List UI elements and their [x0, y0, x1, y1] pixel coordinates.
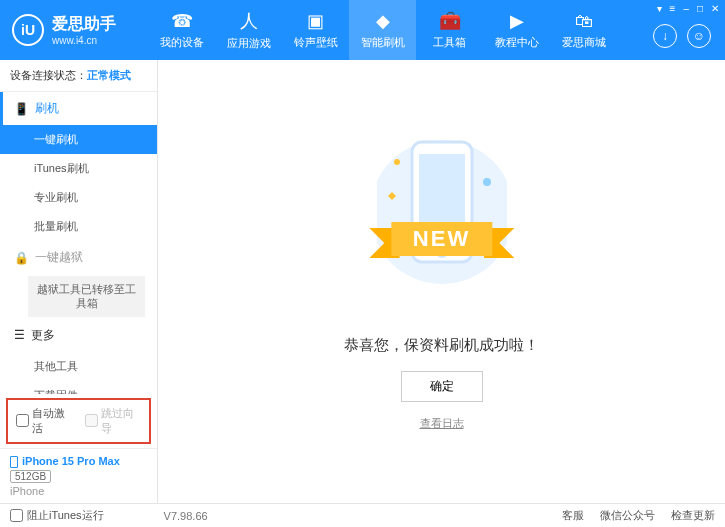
section-flash[interactable]: 📱刷机 [0, 92, 157, 125]
footer-check-update[interactable]: 检查更新 [671, 508, 715, 523]
highlighted-options: 自动激活 跳过向导 [6, 398, 151, 444]
menu-icon[interactable]: ▾ [657, 3, 662, 14]
lock-icon: 🔒 [14, 251, 29, 265]
user-icon[interactable]: ☺ [687, 24, 711, 48]
nav-my-device[interactable]: ☎我的设备 [148, 0, 215, 60]
sidebar-batch-flash[interactable]: 批量刷机 [0, 212, 157, 241]
device-name: iPhone 15 Pro Max [10, 455, 147, 468]
logo-area: iU 爱思助手 www.i4.cn [0, 14, 148, 46]
nav-tutorials[interactable]: ▶教程中心 [483, 0, 550, 60]
section-more[interactable]: ☰更多 [0, 319, 157, 352]
flash-icon: ◆ [376, 10, 390, 32]
apps-icon: 人 [240, 9, 258, 33]
svg-point-5 [483, 178, 491, 186]
svg-point-4 [394, 159, 400, 165]
top-nav: ☎我的设备 人应用游戏 ▣铃声壁纸 ◆智能刷机 🧰工具箱 ▶教程中心 🛍爱思商城 [148, 0, 617, 60]
footer-wechat[interactable]: 微信公众号 [600, 508, 655, 523]
nav-toolbox[interactable]: 🧰工具箱 [416, 0, 483, 60]
view-log-link[interactable]: 查看日志 [420, 416, 464, 431]
section-jailbreak: 🔒一键越狱 [0, 241, 157, 274]
device-info: iPhone 15 Pro Max 512GB iPhone [0, 448, 157, 503]
sidebar-one-click-flash[interactable]: 一键刷机 [0, 125, 157, 154]
mall-icon: 🛍 [575, 11, 593, 32]
sidebar-pro-flash[interactable]: 专业刷机 [0, 183, 157, 212]
device-phone-icon [10, 456, 18, 468]
close-icon[interactable]: ✕ [711, 3, 719, 14]
block-itunes-checkbox[interactable]: 阻止iTunes运行 [10, 508, 104, 523]
minimize-icon[interactable]: – [683, 3, 689, 14]
new-ribbon: NEW [391, 222, 492, 256]
nav-flash[interactable]: ◆智能刷机 [349, 0, 416, 60]
app-header: iU 爱思助手 www.i4.cn ☎我的设备 人应用游戏 ▣铃声壁纸 ◆智能刷… [0, 0, 725, 60]
nav-apps[interactable]: 人应用游戏 [215, 0, 282, 60]
list-icon[interactable]: ≡ [670, 3, 676, 14]
sidebar-itunes-flash[interactable]: iTunes刷机 [0, 154, 157, 183]
nav-mall[interactable]: 🛍爱思商城 [550, 0, 617, 60]
phone-illustration-icon [377, 132, 507, 302]
confirm-button[interactable]: 确定 [401, 371, 483, 402]
success-message: 恭喜您，保资料刷机成功啦！ [344, 336, 539, 355]
phone-icon: 📱 [14, 102, 29, 116]
download-icon[interactable]: ↓ [653, 24, 677, 48]
tutorial-icon: ▶ [510, 10, 524, 32]
sidebar-other-tools[interactable]: 其他工具 [0, 352, 157, 381]
main-content: NEW 恭喜您，保资料刷机成功啦！ 确定 查看日志 [158, 60, 725, 503]
device-icon: ☎ [171, 10, 193, 32]
version-label: V7.98.66 [164, 510, 208, 522]
footer-support[interactable]: 客服 [562, 508, 584, 523]
footer: 阻止iTunes运行 V7.98.66 客服 微信公众号 检查更新 [0, 503, 725, 527]
sidebar: 设备连接状态：正常模式 📱刷机 一键刷机 iTunes刷机 专业刷机 批量刷机 … [0, 60, 158, 503]
app-name: 爱思助手 [52, 14, 116, 35]
header-actions: ↓ ☺ [653, 24, 711, 48]
window-controls: ▾ ≡ – □ ✕ [657, 3, 719, 14]
skip-guide-checkbox[interactable]: 跳过向导 [85, 406, 142, 436]
connection-status: 设备连接状态：正常模式 [0, 60, 157, 92]
more-icon: ☰ [14, 328, 25, 342]
device-type: iPhone [10, 485, 147, 497]
toolbox-icon: 🧰 [439, 10, 461, 32]
nav-ringtones[interactable]: ▣铃声壁纸 [282, 0, 349, 60]
success-illustration: NEW [342, 132, 542, 312]
auto-activate-checkbox[interactable]: 自动激活 [16, 406, 73, 436]
device-storage: 512GB [10, 470, 51, 483]
logo-icon: iU [12, 14, 44, 46]
app-url: www.i4.cn [52, 35, 116, 46]
sidebar-download-firmware[interactable]: 下载固件 [0, 381, 157, 394]
ringtone-icon: ▣ [307, 10, 324, 32]
jailbreak-moved-note[interactable]: 越狱工具已转移至工具箱 [28, 276, 145, 317]
maximize-icon[interactable]: □ [697, 3, 703, 14]
